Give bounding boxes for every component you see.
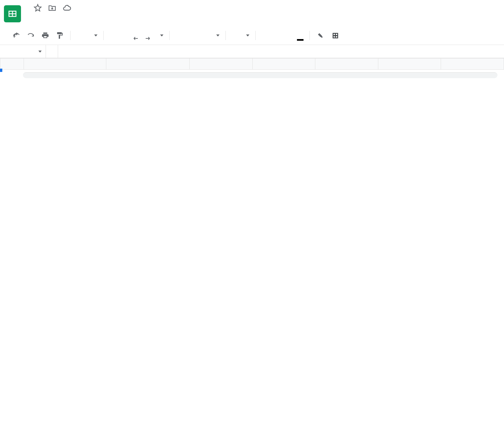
spreadsheet-grid[interactable] (0, 58, 504, 70)
format-percent-button[interactable] (119, 30, 131, 41)
fx-label (46, 45, 58, 58)
selection-outline (0, 70, 1, 71)
caret-down-icon (246, 34, 249, 36)
menu-format[interactable] (59, 14, 67, 17)
menu-help[interactable] (93, 14, 101, 17)
title-bar (0, 0, 504, 22)
menu-view[interactable] (42, 14, 50, 17)
decrease-decimal-button[interactable] (131, 30, 142, 41)
menu-tools[interactable] (76, 14, 84, 17)
formula-bar-row (0, 45, 504, 58)
increase-decimal-button[interactable] (142, 30, 154, 41)
text-color-button[interactable] (294, 30, 306, 41)
col-header-D[interactable] (252, 58, 315, 70)
formula-input[interactable] (58, 45, 504, 58)
caret-down-icon (94, 34, 97, 36)
undo-icon[interactable] (9, 30, 24, 41)
col-header-C[interactable] (190, 58, 253, 70)
col-header-F[interactable] (378, 58, 441, 70)
borders-button[interactable]: ⊞ (329, 30, 342, 41)
document-title[interactable] (25, 7, 28, 9)
cloud-status-icon[interactable] (62, 3, 72, 12)
paint-format-icon[interactable] (52, 30, 67, 41)
menu-data[interactable] (68, 14, 75, 17)
col-header-B[interactable] (106, 58, 190, 70)
toolbar: ⊞ (0, 27, 504, 45)
print-icon[interactable] (38, 30, 52, 41)
caret-down-icon (38, 51, 42, 53)
col-header-G[interactable] (441, 58, 504, 70)
column-header-row (0, 58, 504, 70)
select-all-corner[interactable] (0, 58, 24, 70)
strikethrough-button[interactable] (283, 30, 294, 41)
fill-color-button[interactable] (313, 30, 329, 41)
menu-insert[interactable] (51, 14, 58, 17)
font-size-dropdown[interactable] (229, 33, 252, 38)
menu-extensions[interactable] (85, 14, 93, 17)
move-icon[interactable] (48, 4, 56, 12)
name-box[interactable] (0, 45, 46, 58)
caret-down-icon (160, 34, 163, 36)
horizontal-scrollbar[interactable] (23, 72, 497, 78)
italic-button[interactable] (271, 30, 283, 41)
sheets-logo-icon[interactable] (4, 5, 21, 22)
number-format-dropdown[interactable] (154, 33, 166, 38)
col-header-E[interactable] (315, 58, 378, 70)
redo-icon[interactable] (24, 30, 38, 41)
format-currency-button[interactable] (107, 30, 119, 41)
menu-edit[interactable] (33, 14, 41, 17)
zoom-dropdown[interactable] (74, 33, 100, 38)
font-family-dropdown[interactable] (173, 33, 222, 38)
menu-bar (25, 14, 108, 17)
star-icon[interactable] (33, 4, 42, 12)
menu-file[interactable] (25, 14, 33, 17)
bold-button[interactable] (259, 30, 271, 41)
col-header-A[interactable] (24, 58, 106, 70)
caret-down-icon (216, 34, 220, 36)
